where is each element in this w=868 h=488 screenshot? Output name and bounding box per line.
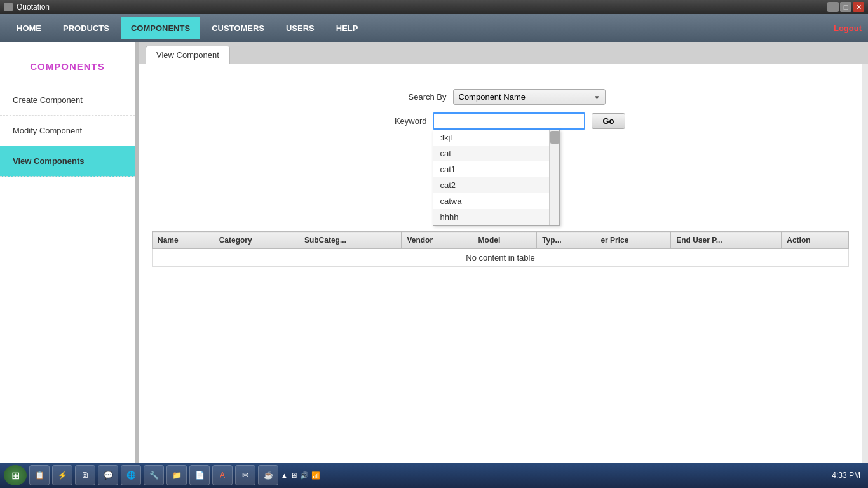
autocomplete-item-cat[interactable]: cat	[433, 146, 559, 161]
menu-products[interactable]: PRODUCTS	[53, 17, 119, 39]
content-area: View Component Search By Component Name …	[139, 42, 868, 469]
logout-button[interactable]: Logout	[834, 24, 862, 33]
taskbar-btn-4[interactable]: 💬	[98, 465, 118, 485]
sidebar-item-create[interactable]: Create Component	[0, 85, 135, 116]
taskbar-icon-9: A	[220, 471, 225, 480]
search-by-select[interactable]: Component Name Category SubCategory Vend…	[453, 89, 606, 105]
col-vendor: Vendor	[402, 232, 473, 249]
search-by-select-wrapper: Component Name Category SubCategory Vend…	[453, 89, 606, 105]
col-category: Category	[214, 232, 299, 249]
sys-icon-network: 🖥	[290, 471, 297, 479]
main-layout: COMPONENTS Create Component Modify Compo…	[0, 42, 868, 469]
autocomplete-item-catwa[interactable]: catwa	[433, 193, 559, 209]
taskbar-icon-7: 📁	[172, 471, 182, 480]
data-table: Name Category SubCateg... Vendor Model T…	[152, 231, 849, 267]
col-model: Model	[473, 232, 537, 249]
autocomplete-item-cat2[interactable]: cat2	[433, 177, 559, 193]
go-button[interactable]: Go	[592, 113, 625, 129]
autocomplete-item-lkjl[interactable]: :lkjl	[433, 130, 559, 146]
menu-help[interactable]: HELP	[326, 17, 369, 39]
autocomplete-dropdown: :lkjl cat cat1 cat2 catwa hhhh	[433, 130, 560, 226]
taskbar: ⊞ 📋 ⚡ 🖹 💬 🌐 🔧 📁 📄 A ✉ ☕ ▲ 🖥 🔊 📶 4:33 PM	[0, 463, 868, 488]
menu-customers[interactable]: CUSTOMERS	[201, 17, 275, 39]
taskbar-btn-6[interactable]: 🔧	[144, 465, 164, 485]
menu-bar: HOME PRODUCTS COMPONENTS CUSTOMERS USERS…	[0, 14, 868, 42]
title-bar-left: Quotation	[4, 3, 50, 11]
table-header-row: Name Category SubCateg... Vendor Model T…	[153, 232, 849, 249]
taskbar-btn-10[interactable]: ✉	[235, 465, 255, 485]
taskbar-sys-icons: ▲ 🖥 🔊 📶	[281, 471, 323, 480]
maximize-button[interactable]: □	[840, 2, 851, 12]
taskbar-btn-1[interactable]: 📋	[29, 465, 50, 485]
autocomplete-scrollbar[interactable]	[549, 130, 559, 225]
sidebar-title: COMPONENTS	[0, 42, 135, 85]
taskbar-icon-4: 💬	[104, 471, 113, 480]
col-er-price: er Price	[595, 232, 671, 249]
tab-view-component[interactable]: View Component	[146, 46, 230, 64]
autocomplete-scrollbar-thumb	[550, 131, 559, 144]
col-type: Typ...	[537, 232, 595, 249]
taskbar-btn-11[interactable]: ☕	[258, 465, 278, 485]
menu-components[interactable]: COMPONENTS	[121, 17, 200, 39]
clock-time: 4:33 PM	[832, 471, 860, 480]
taskbar-btn-3[interactable]: 🖹	[75, 465, 95, 485]
menu-users[interactable]: USERS	[276, 17, 325, 39]
taskbar-time: 4:33 PM	[832, 471, 864, 480]
taskbar-icon-3: 🖹	[81, 471, 89, 480]
taskbar-icon-6: 🔧	[149, 471, 159, 480]
taskbar-icon-5: 🌐	[126, 471, 136, 480]
taskbar-icon-1: 📋	[35, 471, 44, 480]
keyword-label: Keyword	[376, 116, 426, 126]
autocomplete-item-hhhh[interactable]: hhhh	[433, 209, 559, 225]
sidebar-item-modify[interactable]: Modify Component	[0, 116, 135, 146]
start-button[interactable]: ⊞	[4, 465, 27, 485]
title-bar-controls: – □ ✕	[827, 2, 864, 12]
table-header: Name Category SubCateg... Vendor Model T…	[153, 232, 849, 249]
title-bar: Quotation – □ ✕	[0, 0, 868, 14]
col-subcategory: SubCateg...	[299, 232, 401, 249]
autocomplete-item-cat1[interactable]: cat1	[433, 161, 559, 177]
start-icon: ⊞	[11, 470, 20, 482]
taskbar-icon-10: ✉	[242, 471, 248, 480]
table-no-content-row: No content in table	[153, 249, 849, 267]
sidebar-item-view[interactable]: View Components	[0, 146, 135, 177]
col-name: Name	[153, 232, 214, 249]
sys-icon-volume: 🔊	[300, 471, 309, 480]
taskbar-btn-8[interactable]: 📄	[189, 465, 210, 485]
menu-home[interactable]: HOME	[6, 17, 51, 39]
no-content-message: No content in table	[153, 249, 849, 267]
col-end-user-price: End User P...	[671, 232, 782, 249]
search-by-label: Search By	[396, 92, 447, 102]
title-bar-text: Quotation	[17, 3, 50, 11]
close-button[interactable]: ✕	[853, 2, 864, 12]
search-by-row: Search By Component Name Category SubCat…	[396, 89, 606, 105]
minimize-button[interactable]: –	[827, 2, 839, 12]
taskbar-icon-2: ⚡	[58, 471, 67, 480]
sys-icon-wifi: 📶	[311, 471, 320, 480]
table-body: No content in table	[153, 249, 849, 267]
taskbar-icon-8: 📄	[195, 471, 205, 480]
taskbar-btn-2[interactable]: ⚡	[52, 465, 72, 485]
taskbar-btn-7[interactable]: 📁	[166, 465, 187, 485]
content-panel: Search By Component Name Category SubCat…	[139, 64, 862, 465]
col-action: Action	[782, 232, 849, 249]
keyword-row: Keyword :lkjl cat cat1 cat2 catwa hhhh	[376, 112, 625, 130]
tab-bar: View Component	[139, 42, 868, 64]
taskbar-icon-11: ☕	[264, 471, 273, 480]
app-icon	[4, 3, 13, 11]
sidebar: COMPONENTS Create Component Modify Compo…	[0, 42, 135, 469]
sys-icon-arrow: ▲	[281, 471, 288, 479]
taskbar-btn-9[interactable]: A	[212, 465, 233, 485]
search-area: Search By Component Name Category SubCat…	[152, 83, 849, 130]
keyword-input[interactable]	[433, 112, 585, 130]
taskbar-btn-5[interactable]: 🌐	[121, 465, 141, 485]
keyword-input-wrapper: :lkjl cat cat1 cat2 catwa hhhh	[433, 112, 585, 130]
